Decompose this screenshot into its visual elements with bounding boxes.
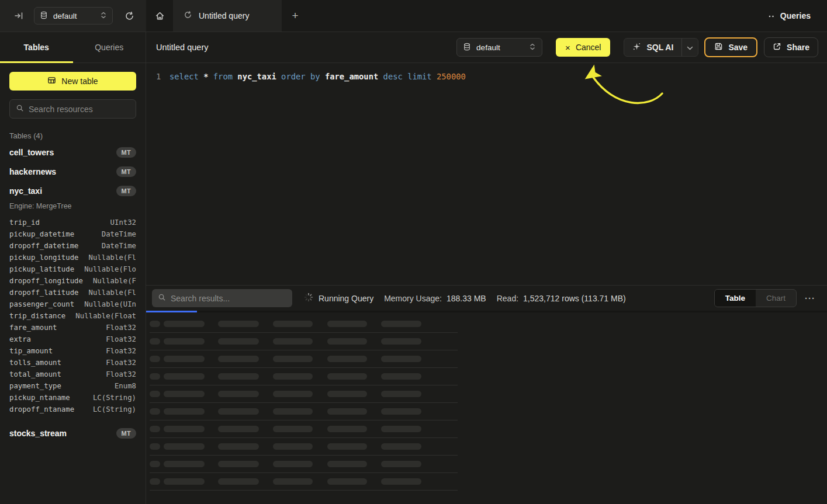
engine-badge: MT [116,428,136,439]
select-chevrons-icon [529,43,536,53]
sql-token: select [169,72,199,81]
skeleton-cell [150,478,160,485]
column-name: dropoff_ntaname [9,404,74,415]
results-search [152,289,292,307]
sql-token: 250000 [437,72,466,81]
skeleton-cell [381,408,421,415]
search-results-input[interactable] [171,294,286,303]
skeleton-cell [150,461,160,467]
share-button[interactable]: Share [764,37,818,57]
topbar-right: Queries [768,0,827,32]
skeleton-cell [381,321,421,327]
editor-database-select[interactable]: default [456,38,542,57]
database-select-value: default [53,12,95,20]
skeleton-cell [218,426,259,432]
query-progress-fill [146,311,197,312]
column-name: passenger_count [9,298,74,310]
sidebar-table-hackernews[interactable]: hackernewsMT [9,162,136,181]
tables-section-label: Tables (4) [9,131,136,140]
more-options-button[interactable]: ··· [802,293,818,303]
view-toggle-table[interactable]: Table [715,290,756,307]
column-name: payment_type [9,380,61,392]
column-row: dropoff_datetimeDateTime [9,240,136,252]
queries-label: Queries [780,11,811,20]
skeleton-cell [381,443,421,450]
read-value: 1,523,712 rows (113.71 MB) [523,294,626,303]
column-type: Nullable(Fl [89,252,136,263]
skeleton-cell [327,443,367,450]
collapse-sidebar-icon[interactable] [11,8,27,24]
column-name: tolls_amount [9,357,61,369]
editor-database-value: default [476,43,524,52]
engine-badge: MT [116,147,136,158]
skeleton-cell [327,478,367,485]
column-type: Float32 [106,322,136,333]
search-icon [158,293,166,303]
results-skeleton [146,312,827,504]
skeleton-cell [164,408,205,415]
tab-tables[interactable]: Tables [0,32,73,62]
skeleton-cell [273,426,313,432]
cancel-button[interactable]: × Cancel [556,38,610,57]
sql-ai-label: SQL AI [646,43,673,52]
editor-header: Untitled query default [146,32,827,63]
column-type: Nullable(F [93,275,136,287]
column-row: dropoff_ntanameLC(String) [9,404,136,415]
new-tab-button[interactable]: + [282,0,309,32]
skeleton-cell [381,391,421,397]
sql-ai-dropdown[interactable] [681,39,698,56]
skeleton-cell [381,461,421,467]
column-name: trip_distance [9,310,65,322]
column-type: Float32 [106,369,136,380]
new-table-button[interactable]: New table [9,72,136,91]
sql-token: limit [407,72,432,81]
column-row: dropoff_longitudeNullable(F [9,275,136,287]
tab-queries-label: Queries [95,43,123,52]
sql-token: from [213,72,233,81]
sql-token: desc [383,72,403,81]
skeleton-cell [273,321,313,327]
column-row: pickup_latitudeNullable(Flo [9,263,136,275]
skeleton-cell [273,356,313,362]
skeleton-cell [150,391,160,397]
save-label: Save [728,43,748,52]
topbar: default [0,0,827,32]
tab-queries[interactable]: Queries [73,32,146,62]
skeleton-cell [150,426,160,432]
skeleton-cell [273,408,313,415]
sql-token: nyc_taxi [237,72,276,81]
sql-ai-main[interactable]: SQL AI [624,39,681,56]
sidebar-table-nyc_taxi[interactable]: nyc_taxiMT [9,181,136,200]
new-table-label: New table [61,77,98,86]
view-toggle-chart[interactable]: Chart [756,290,796,307]
skeleton-row [150,456,458,473]
memory-label: Memory Usage: [384,294,442,303]
refresh-icon[interactable] [121,8,137,24]
skeleton-cell [164,338,205,345]
skeleton-cell [218,391,259,397]
column-row: tip_amountFloat32 [9,345,136,357]
column-type: DateTime [102,228,136,240]
skeleton-cell [327,338,367,345]
skeleton-row [150,315,458,333]
save-button[interactable]: Save [704,37,757,57]
table-name: nyc_taxi [9,186,42,196]
column-name: extra [9,333,31,345]
skeleton-cell [218,356,259,362]
sql-ai-button: SQL AI [624,38,698,57]
column-name: pickup_datetime [9,228,74,240]
column-name: tip_amount [9,345,53,357]
sidebar-table-cell_towers[interactable]: cell_towersMT [9,142,136,162]
home-icon[interactable] [146,0,173,32]
query-progress-bar [146,311,827,312]
tab-untitled-query[interactable]: Untitled query [173,0,282,32]
sql-editor[interactable]: 1 select * from nyc_taxi order by fare_a… [146,63,827,285]
tab-label: Untitled query [199,11,249,20]
column-name: dropoff_latitude [9,287,78,298]
queries-nav-button[interactable]: Queries [768,11,811,20]
sidebar-table-stocks_stream[interactable]: stocks_streamMT [9,423,136,443]
search-resources-input[interactable] [29,105,134,114]
topbar-database-select[interactable]: default [34,7,113,25]
skeleton-cell [164,461,205,467]
skeleton-cell [164,478,205,485]
